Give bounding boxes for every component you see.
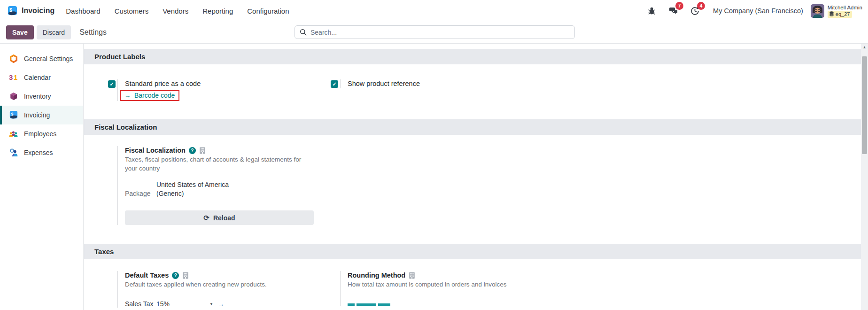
enterprise-building-icon (182, 272, 189, 279)
user-meta: Mitchell Admin eq_27 (828, 4, 862, 18)
barcode-arrow-icon: → (124, 92, 131, 99)
setting-fiscal-localization: Fiscal Localization ? (108, 146, 315, 225)
show-product-reference-label[interactable]: Show product reference (348, 79, 537, 88)
user-menu[interactable]: Mitchell Admin eq_27 (811, 4, 862, 18)
sidebar-item-inventory[interactable]: Inventory (0, 87, 83, 106)
debug-bug-icon[interactable] (645, 5, 658, 17)
rounding-method-desc: How total tax amount is computed in orde… (348, 280, 537, 289)
invoicing-app-logo-icon[interactable]: $ (8, 6, 17, 16)
section-title: Product Labels (94, 53, 145, 61)
section-header-taxes: Taxes (84, 244, 861, 259)
inventory-icon (9, 92, 18, 101)
barcode-code-link[interactable]: Barcode code (134, 92, 175, 99)
svg-text:$: $ (11, 112, 13, 116)
reload-button[interactable]: ⟳ Reload (125, 210, 314, 225)
help-icon[interactable]: ? (189, 147, 196, 154)
svg-text:$: $ (9, 8, 12, 13)
package-row: Package (Generic) (125, 189, 315, 198)
package-label: Package (125, 189, 156, 198)
sidebar-item-calendar[interactable]: 3 1 Calendar (0, 68, 83, 87)
sidebar-item-label: Inventory (24, 93, 51, 100)
check-icon: ✓ (332, 81, 336, 87)
sidebar-item-label: General Settings (24, 55, 73, 62)
default-taxes-label: Default Taxes (125, 271, 169, 280)
country-row: United States of America (125, 180, 315, 189)
sales-tax-field-row: Sales Tax 15% ▼ → (125, 300, 315, 308)
sales-tax-select[interactable]: 15% ▼ (156, 300, 213, 308)
search-icon (300, 29, 307, 36)
show-product-reference-checkbox[interactable]: ✓ (331, 80, 338, 88)
settings-content: Product Labels ✓ Standard price as a cod… (84, 44, 861, 310)
sidebar-item-employees[interactable]: Employees (0, 124, 83, 143)
standard-price-label[interactable]: Standard price as a code (125, 79, 315, 88)
expenses-icon (9, 148, 18, 157)
sidebar-item-label: Calendar (24, 74, 51, 81)
database-icon (829, 11, 834, 16)
barcode-code-highlight-box[interactable]: → Barcode code (120, 90, 179, 101)
search-input[interactable] (310, 29, 570, 36)
save-button[interactable]: Save (6, 25, 34, 39)
database-badge: eq_27 (828, 11, 852, 18)
reload-icon: ⟳ (203, 214, 209, 222)
menu-customers[interactable]: Customers (115, 7, 149, 15)
section-header-product-labels: Product Labels (84, 49, 861, 64)
package-value[interactable]: (Generic) (156, 189, 184, 198)
check-icon: ✓ (109, 81, 114, 87)
odoo-invoicing-settings-screen: $ Invoicing Dashboard Customers Vendors … (0, 0, 868, 310)
help-icon[interactable]: ? (172, 272, 179, 279)
section-title: Fiscal Localization (94, 123, 157, 131)
settings-sidebar: General Settings 3 1 Calendar Inventory (0, 44, 84, 310)
general-settings-icon (9, 54, 18, 63)
section-header-fiscal-localization: Fiscal Localization (84, 119, 861, 135)
sales-tax-value: 15% (156, 300, 170, 308)
calendar-icon: 3 1 (9, 73, 18, 82)
sales-tax-label: Sales Tax (125, 300, 156, 308)
invoicing-icon: $ (9, 111, 18, 120)
rounding-method-label: Rounding Method (348, 271, 405, 280)
action-bar: Save Discard Settings (0, 22, 868, 44)
scrollbar-thumb[interactable] (862, 56, 867, 154)
company-switcher[interactable]: My Company (San Francisco) (713, 7, 803, 15)
main-menu: Dashboard Customers Vendors Reporting Co… (66, 7, 289, 15)
database-name: eq_27 (836, 11, 850, 17)
fiscal-localization-desc: Taxes, fiscal positions, chart of accoun… (125, 155, 315, 173)
svg-text:3: 3 (9, 73, 13, 81)
menu-reporting[interactable]: Reporting (202, 7, 233, 15)
sidebar-item-invoicing[interactable]: $ Invoicing (0, 106, 83, 124)
topbar-right-area: 7 4 My Company (San Francisco) (636, 4, 862, 18)
default-taxes-desc: Default taxes applied when creating new … (125, 280, 315, 289)
scroll-up-arrow-icon[interactable]: ▲ (861, 45, 868, 49)
fiscal-localization-label: Fiscal Localization (125, 146, 186, 155)
vertical-scrollbar[interactable]: ▲ (861, 44, 868, 310)
sidebar-item-label: Employees (24, 130, 56, 138)
sidebar-item-label: Expenses (24, 149, 53, 156)
menu-vendors[interactable]: Vendors (163, 7, 188, 15)
chevron-down-icon: ▼ (209, 302, 213, 306)
sidebar-item-label: Invoicing (24, 111, 50, 119)
partially-visible-link[interactable] (348, 303, 537, 306)
top-navbar: $ Invoicing Dashboard Customers Vendors … (0, 0, 868, 22)
setting-rounding-method: Rounding Method How total tax amount is (331, 271, 537, 306)
sidebar-item-expenses[interactable]: Expenses (0, 143, 83, 162)
discard-button[interactable]: Discard (37, 25, 71, 39)
page-title: Settings (79, 28, 107, 37)
svg-text:1: 1 (14, 73, 17, 81)
activities-clock-icon[interactable]: 4 (689, 5, 701, 17)
menu-configuration[interactable]: Configuration (247, 7, 289, 15)
messages-badge: 7 (675, 2, 683, 10)
standard-price-checkbox[interactable]: ✓ (108, 80, 116, 88)
menu-dashboard[interactable]: Dashboard (66, 7, 100, 15)
setting-default-taxes: Default Taxes ? Default taxe (108, 271, 315, 308)
country-value[interactable]: United States of America (156, 180, 229, 189)
user-name: Mitchell Admin (828, 4, 862, 11)
setting-standard-price-as-code: ✓ Standard price as a code → Barcode cod… (108, 79, 315, 101)
activities-badge: 4 (697, 2, 705, 10)
app-name[interactable]: Invoicing (22, 7, 54, 15)
employees-icon (9, 130, 18, 139)
internal-link-arrow-icon[interactable]: → (218, 301, 224, 308)
enterprise-building-icon (199, 147, 206, 154)
sidebar-item-general-settings[interactable]: General Settings (0, 49, 83, 68)
enterprise-building-icon (409, 272, 415, 279)
search-box[interactable] (294, 25, 575, 39)
messages-icon[interactable]: 7 (667, 5, 679, 17)
